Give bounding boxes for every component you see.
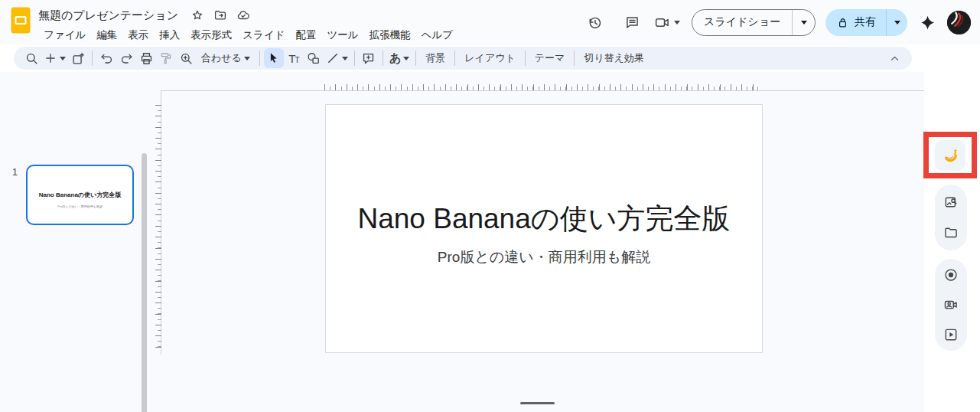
share-label: 共有	[855, 15, 876, 29]
slide-title[interactable]: Nano Bananaの使い方完全版	[334, 200, 754, 238]
slide-subtitle[interactable]: Pro版との違い・商用利用も解説	[334, 247, 754, 267]
account-avatar[interactable]	[947, 11, 971, 34]
background-button[interactable]: 背景	[420, 48, 451, 68]
toolbar: 合わせる TT あ 背景 レイアウト テーマ 切り替え効果	[14, 47, 912, 70]
line-tool[interactable]	[324, 48, 350, 68]
menu-view[interactable]: 表示	[122, 27, 154, 44]
layout-button[interactable]: レイアウト	[459, 48, 521, 68]
menu-file[interactable]: ファイル	[38, 27, 91, 44]
vertical-ruler	[155, 105, 161, 352]
search-menus-icon[interactable]	[21, 48, 41, 68]
shape-tool-icon[interactable]	[304, 48, 324, 68]
slides-logo-icon[interactable]	[11, 7, 31, 37]
slide-canvas[interactable]: Nano Bananaの使い方完全版 Pro版との違い・商用利用も解説	[325, 104, 763, 353]
thumbnail-subtitle: Pro版との違い・商用利用も解説	[57, 204, 103, 209]
red-annotation-box	[923, 132, 977, 178]
document-title[interactable]: 無題のプレゼンテーション	[38, 8, 181, 23]
redo-icon[interactable]	[116, 48, 136, 68]
input-tools-caret-icon	[403, 57, 409, 60]
line-tool-caret-icon[interactable]	[342, 57, 348, 60]
video-call-button[interactable]	[654, 15, 680, 31]
horizontal-ruler	[324, 84, 763, 90]
image-search-icon[interactable]	[937, 188, 965, 216]
new-slide-layout-icon[interactable]	[68, 48, 88, 68]
zoom-in-icon[interactable]	[176, 48, 196, 68]
menu-slide[interactable]: スライド	[237, 27, 290, 44]
insert-comment-icon[interactable]	[359, 48, 379, 68]
share-dropdown[interactable]	[886, 9, 907, 36]
slideshow-label[interactable]: スライドショー	[692, 10, 792, 35]
undo-icon[interactable]	[96, 48, 116, 68]
toolbar-separator	[383, 51, 383, 66]
menu-extensions[interactable]: 拡張機能	[364, 27, 416, 44]
toolbar-separator	[92, 51, 93, 66]
record-icon[interactable]	[937, 261, 965, 289]
cloud-saved-icon[interactable]	[236, 8, 250, 22]
slideshow-button[interactable]: スライドショー	[692, 9, 816, 36]
menu-tools[interactable]: ツール	[322, 27, 364, 44]
video-call-caret-icon[interactable]	[674, 21, 680, 25]
nano-banana-icon	[941, 146, 959, 165]
play-box-icon[interactable]	[937, 321, 965, 348]
share-button[interactable]: 共有	[825, 9, 907, 36]
comments-icon[interactable]	[617, 7, 647, 38]
input-tools-dropdown[interactable]: あ	[387, 48, 412, 68]
slideshow-dropdown[interactable]	[792, 10, 815, 35]
new-slide-caret-icon[interactable]	[60, 57, 66, 60]
rail-group-record	[935, 259, 967, 351]
new-slide-button[interactable]	[41, 48, 68, 68]
speaker-notes-drag-handle[interactable]	[520, 402, 555, 404]
rail-group-insert	[935, 185, 967, 250]
toolbar-separator	[259, 51, 260, 66]
paint-format-icon[interactable]	[156, 48, 176, 68]
gemini-sparkle-icon[interactable]	[914, 7, 940, 38]
collapse-toolbar-chevron-icon[interactable]	[884, 48, 904, 68]
toolbar-separator	[574, 51, 575, 66]
nano-banana-extension-button[interactable]	[935, 140, 965, 171]
menu-help[interactable]: ヘルプ	[416, 27, 458, 44]
transition-button[interactable]: 切り替え効果	[578, 48, 650, 68]
zoom-fit-dropdown[interactable]: 合わせる	[196, 48, 256, 68]
slide-thumbnail-1[interactable]: Nano Bananaの使い方完全版 Pro版との違い・商用利用も解説	[26, 165, 134, 225]
menu-edit[interactable]: 編集	[91, 27, 122, 44]
star-icon[interactable]	[190, 8, 204, 22]
version-history-icon[interactable]	[579, 7, 610, 38]
app-header: 無題のプレゼンテーション ファイル 編集 表示 挿入 表示形式 スライド 配置 …	[0, 0, 980, 44]
toolbar-separator	[454, 51, 455, 66]
zoom-fit-caret-icon	[244, 57, 250, 60]
slide-number: 1	[12, 167, 18, 178]
menu-arrange[interactable]: 配置	[291, 27, 322, 44]
print-icon[interactable]	[136, 48, 156, 68]
camera-person-icon[interactable]	[937, 291, 965, 319]
folder-icon[interactable]	[937, 219, 965, 247]
filmstrip-scrollbar[interactable]	[142, 153, 147, 412]
theme-button[interactable]: テーマ	[529, 48, 571, 68]
toolbar-separator	[354, 51, 355, 66]
select-cursor-tool[interactable]	[264, 48, 284, 68]
text-box-tool[interactable]: TT	[284, 48, 304, 68]
menu-bar: ファイル 編集 表示 挿入 表示形式 スライド 配置 ツール 拡張機能 ヘルプ	[38, 26, 458, 44]
menu-format[interactable]: 表示形式	[185, 27, 237, 44]
canvas-border-top	[161, 90, 924, 91]
menu-insert[interactable]: 挿入	[154, 27, 185, 44]
thumbnail-title: Nano Bananaの使い方完全版	[28, 191, 132, 199]
move-folder-icon[interactable]	[213, 8, 227, 22]
toolbar-separator	[525, 51, 526, 66]
toolbar-separator	[415, 51, 416, 66]
